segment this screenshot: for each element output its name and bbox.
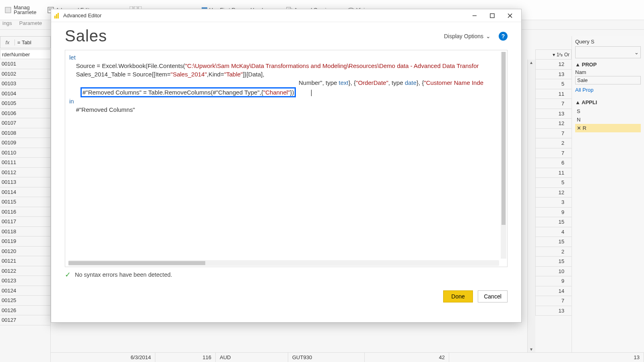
table-cell: 14 — [535, 286, 572, 296]
table-cell: 00106 — [0, 109, 50, 119]
token: "OrderDate" — [356, 79, 388, 86]
table-cell: 00117 — [0, 217, 50, 227]
numeric-column-header[interactable]: ▾ 1²₃ Or — [535, 49, 572, 60]
applied-step[interactable]: ✕ R — [575, 124, 641, 132]
token: "C:\Upwork\Sam McKay\Data Transformation… — [185, 62, 479, 69]
scroll-thumb[interactable] — [68, 261, 205, 265]
table-cell: 00111 — [0, 158, 50, 168]
editor-vertical-scrollbar[interactable] — [501, 52, 506, 259]
svg-rect-13 — [54, 16, 56, 19]
table-cell: 11 — [535, 168, 572, 178]
token: "Channel" — [263, 89, 290, 96]
label-name: Nam — [575, 69, 641, 75]
table-cell: 15 — [535, 217, 572, 227]
table-cell: 00107 — [0, 118, 50, 128]
cell: GUT930 — [288, 353, 365, 362]
table-cell: 00112 — [0, 168, 50, 178]
preview-status-row: 6/3/2014 116 AUD GUT930 42 13 — [51, 352, 644, 362]
dialog-title-bar: Advanced Editor — [51, 9, 521, 22]
table-cell: 13 — [535, 109, 572, 119]
close-button[interactable] — [501, 10, 519, 22]
dialog-button-row: Done Cancel — [51, 290, 521, 302]
table-cell: 12 — [535, 188, 572, 198]
table-cell: 00127 — [0, 315, 50, 325]
applied-step[interactable]: N — [575, 115, 641, 124]
advanced-editor-dialog: Advanced Editor Sales Display Options ⌄ … — [51, 9, 522, 323]
maximize-button[interactable] — [483, 10, 501, 22]
token: ]}[Data], — [243, 71, 264, 78]
token: "Sales_2014" — [171, 71, 207, 78]
data-column-ordernumber: 0010100102001030010400105001060010700108… — [0, 59, 51, 362]
applied-step[interactable]: S — [575, 107, 641, 115]
table-cell: 00104 — [0, 89, 50, 99]
table-cell: 00125 — [0, 296, 50, 306]
ribbon-manage-parameters[interactable]: Manag​ Paramete — [2, 4, 38, 16]
table-cell: 4 — [535, 227, 572, 237]
token: "Customer Name Inde — [424, 79, 483, 86]
name-input[interactable]: Sale — [575, 76, 641, 84]
token: "Table" — [224, 71, 243, 78]
table-cell: 9 — [535, 276, 572, 286]
highlighted-code-line: #"Removed Columns" = Table.RemoveColumns… — [80, 87, 296, 97]
section-properties: ▲ PROP — [575, 62, 641, 68]
cell: 42 — [365, 353, 449, 362]
column-header[interactable]: rderNumber — [0, 49, 51, 59]
display-options-dropdown[interactable]: Display Options ⌄ — [442, 31, 493, 41]
ribbon-label: Manag​ Paramete — [14, 5, 36, 15]
table-cell: 00115 — [0, 197, 50, 207]
formula-bar[interactable]: fx = Tabl — [0, 36, 51, 48]
table-cell: 00122 — [0, 266, 50, 276]
table-cell: 00103 — [0, 79, 50, 89]
cell: 116 — [155, 353, 216, 362]
table-cell: 00101 — [0, 59, 50, 69]
table-cell: 5 — [535, 178, 572, 188]
token: date — [405, 79, 417, 86]
table-cell: 12 — [535, 119, 572, 129]
preview-vertical-scrollbar[interactable] — [527, 60, 535, 352]
section-label: Paramete — [19, 20, 42, 29]
table-cell: 7 — [535, 129, 572, 139]
svg-rect-17 — [490, 14, 494, 18]
checkmark-icon: ✓ — [65, 270, 71, 279]
all-properties-link[interactable]: All Prop — [575, 87, 641, 93]
svg-rect-7 — [202, 7, 207, 9]
table-cell: 15 — [535, 237, 572, 247]
table-cell: 00102 — [0, 69, 50, 79]
table-cell: 00126 — [0, 306, 50, 316]
table-cell: 10 — [535, 267, 572, 277]
table-cell: 9 — [535, 208, 572, 218]
table-cell: 11 — [535, 89, 572, 99]
display-options-label: Display Options — [444, 33, 483, 39]
table-cell: 5 — [535, 79, 572, 89]
data-column-numeric: 121351171312727611512391541521510914713 — [535, 60, 572, 352]
scroll-thumb[interactable] — [502, 52, 506, 225]
table-cell: 00110 — [0, 148, 50, 158]
section-label: ings — [2, 20, 12, 29]
token: Number" — [299, 79, 322, 86]
table-cell: 7 — [535, 99, 572, 109]
query-settings-dropdown[interactable]: ⌄ — [575, 46, 641, 58]
table-cell: 00113 — [0, 177, 50, 187]
done-button[interactable]: Done — [443, 290, 473, 302]
chevron-down-icon: ▾ — [553, 52, 555, 58]
table-cell: 00123 — [0, 276, 50, 286]
token: , type — [388, 79, 405, 86]
editor-horizontal-scrollbar[interactable] — [68, 260, 499, 266]
table-cell: 00109 — [0, 138, 50, 148]
formula-text: = Tabl — [15, 39, 31, 45]
table-cell: 15 — [535, 257, 572, 267]
query-settings-panel: Query S ⌄ ▲ PROP Nam Sale All Prop ▲ APP… — [572, 36, 644, 352]
table-cell: 7 — [535, 296, 572, 306]
table-cell: 00105 — [0, 99, 50, 109]
svg-rect-0 — [5, 7, 11, 13]
table-cell: 00124 — [0, 286, 50, 296]
query-name-heading: Sales — [65, 27, 107, 45]
dialog-title: Advanced Editor — [63, 12, 101, 19]
text-cursor — [311, 90, 312, 96]
panel-title: Query S — [575, 39, 641, 45]
cancel-button[interactable]: Cancel — [478, 290, 508, 302]
help-button[interactable]: ? — [499, 32, 508, 41]
minimize-button[interactable] — [466, 10, 483, 22]
code-editor[interactable]: let Source = Excel.Workbook(File.Content… — [65, 50, 508, 267]
table-cell: 12 — [535, 60, 572, 70]
